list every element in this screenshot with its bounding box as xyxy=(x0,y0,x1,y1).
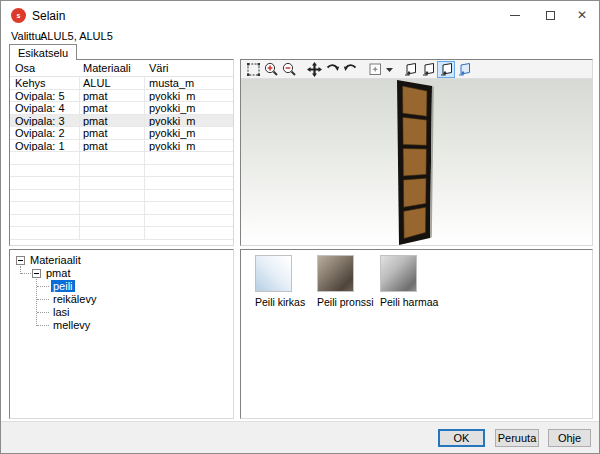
tree-item-label: peili xyxy=(51,280,75,292)
view-preset-3-button[interactable] xyxy=(437,61,455,78)
rotate-cw-button[interactable] xyxy=(323,61,341,78)
minimize-button[interactable] xyxy=(498,1,532,29)
view-preset-4-icon xyxy=(456,61,472,78)
table-row[interactable]: Ovipala: 5 pmat pyokki_m xyxy=(10,90,233,103)
table-row-empty xyxy=(10,202,233,215)
preview-panel xyxy=(240,59,593,246)
tree-item-peili[interactable]: peili xyxy=(51,280,75,293)
cell-vari: pyokki_m xyxy=(144,140,233,152)
pan-button[interactable] xyxy=(305,61,323,78)
table-row-empty xyxy=(10,165,233,178)
cell-osa: Ovipala: 1 xyxy=(10,140,79,152)
material-swatches-panel: Peili kirkas Peili pronssi Peili harmaa xyxy=(240,249,593,419)
minimize-icon xyxy=(510,15,520,16)
display-mode-icon xyxy=(367,61,383,78)
tree-item-reikalevy[interactable]: reikälevy xyxy=(53,293,96,306)
parts-table-header: Osa Materiaali Väri xyxy=(10,60,233,77)
tree-group-pmat[interactable]: pmat xyxy=(46,267,70,280)
ok-button[interactable]: OK xyxy=(438,429,485,447)
collapse-icon-pmat[interactable] xyxy=(32,269,41,278)
materials-tree[interactable]: Materiaalit pmat peili reikälevy lasi me… xyxy=(10,250,233,418)
help-button[interactable]: Ohje xyxy=(548,429,591,447)
table-row-empty xyxy=(10,190,233,203)
maximize-icon xyxy=(546,11,555,20)
column-header-osa: Osa xyxy=(10,60,79,76)
tree-connector xyxy=(37,286,49,287)
table-row[interactable]: Ovipala: 1 pmat pyokki_m xyxy=(10,140,233,153)
titlebar[interactable]: s Selain ✕ xyxy=(1,1,599,31)
table-row[interactable]: Ovipala: 4 pmat pyokki_m xyxy=(10,102,233,115)
selected-value: ALUL5, ALUL5 xyxy=(40,30,113,42)
table-row-empty xyxy=(10,152,233,165)
rotate-ccw-button[interactable] xyxy=(341,61,359,78)
selected-label: Valittu: xyxy=(11,30,44,42)
cell-vari: musta_m xyxy=(144,77,233,89)
zoom-out-button[interactable] xyxy=(280,61,298,78)
fit-selection-button[interactable] xyxy=(244,61,262,78)
cell-vari: pyokki_m xyxy=(144,127,233,139)
tree-connector xyxy=(37,299,49,300)
tree-item-mellevy[interactable]: mellevy xyxy=(53,319,90,332)
zoom-out-icon xyxy=(281,61,297,78)
swatch-label: Peili pronssi xyxy=(317,296,374,308)
door-preview xyxy=(241,79,592,245)
view-preset-1-button[interactable] xyxy=(401,61,419,78)
column-separator xyxy=(79,77,80,240)
pan-icon xyxy=(306,61,322,78)
maximize-button[interactable] xyxy=(533,1,567,29)
table-row-selected[interactable]: Ovipala: 3 pmat pyokki_m xyxy=(10,115,233,128)
app-icon: s xyxy=(11,8,26,23)
window-title: Selain xyxy=(32,9,65,23)
zoom-in-button[interactable] xyxy=(262,61,280,78)
swatch-peili-harmaa[interactable] xyxy=(380,255,417,292)
table-row-empty xyxy=(10,177,233,190)
table-row[interactable]: Kehys ALUL musta_m xyxy=(10,77,233,90)
preview-viewport[interactable] xyxy=(241,79,592,245)
cell-osa: Kehys xyxy=(10,77,79,89)
tree-connector xyxy=(21,273,31,274)
display-mode-button[interactable] xyxy=(366,61,384,78)
cell-osa: Ovipala: 5 xyxy=(10,90,79,102)
view-preset-3-icon xyxy=(438,61,454,78)
cell-osa: Ovipala: 3 xyxy=(10,115,79,127)
cell-osa: Ovipala: 2 xyxy=(10,127,79,139)
tree-root-materiaalit[interactable]: Materiaalit xyxy=(30,254,81,267)
cell-materiaali: pmat xyxy=(79,102,144,114)
cell-materiaali: pmat xyxy=(79,140,144,152)
column-separator xyxy=(144,77,145,240)
table-row-empty xyxy=(10,227,233,240)
cell-osa: Ovipala: 4 xyxy=(10,102,79,114)
table-row[interactable]: Ovipala: 2 pmat pyokki_m xyxy=(10,127,233,140)
selain-dialog: s Selain ✕ Valittu: ALUL5, ALUL5 Esikats… xyxy=(0,0,600,454)
cell-vari: pyokki_m xyxy=(144,115,233,127)
cancel-button[interactable]: Peruuta xyxy=(495,429,539,447)
dropdown-arrow-icon xyxy=(385,61,393,78)
close-icon: ✕ xyxy=(577,9,587,21)
fit-selection-icon xyxy=(245,61,261,78)
tree-connector xyxy=(37,325,49,326)
cell-vari: pyokki_m xyxy=(144,90,233,102)
swatch-peili-kirkas[interactable] xyxy=(255,255,292,292)
cell-materiaali: pmat xyxy=(79,115,144,127)
rotate-ccw-icon xyxy=(342,61,358,78)
collapse-icon-root[interactable] xyxy=(16,256,25,265)
zoom-in-icon xyxy=(263,61,279,78)
table-row-empty xyxy=(10,215,233,228)
swatch-peili-pronssi[interactable] xyxy=(317,255,354,292)
tree-item-lasi[interactable]: lasi xyxy=(53,306,70,319)
view-preset-2-icon xyxy=(420,61,436,78)
cell-materiaali: ALUL xyxy=(79,77,144,89)
view-preset-2-button[interactable] xyxy=(419,61,437,78)
display-mode-dropdown[interactable] xyxy=(384,61,394,78)
swatch-label: Peili harmaa xyxy=(380,296,438,308)
swatch-label: Peili kirkas xyxy=(255,296,305,308)
materials-tree-panel: Materiaalit pmat peili reikälevy lasi me… xyxy=(9,249,234,419)
close-button[interactable]: ✕ xyxy=(565,1,599,29)
preview-toolbar xyxy=(241,60,592,79)
parts-table[interactable]: Osa Materiaali Väri Kehys ALUL musta_m O… xyxy=(9,59,234,246)
cell-vari: pyokki_m xyxy=(144,102,233,114)
tab-esikatselu[interactable]: Esikatselu xyxy=(9,44,77,60)
footer-bar: OK Peruuta Ohje xyxy=(1,421,599,454)
cell-materiaali: pmat xyxy=(79,127,144,139)
view-preset-4-button[interactable] xyxy=(455,61,473,78)
